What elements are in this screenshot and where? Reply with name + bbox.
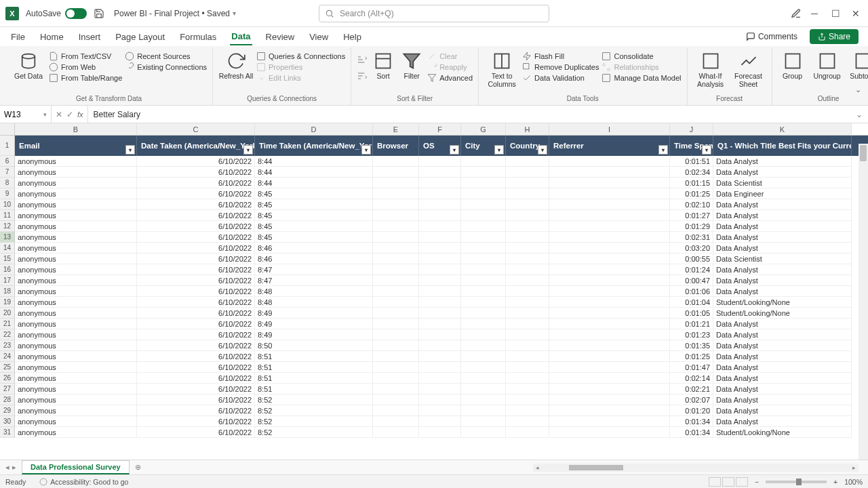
cell-time[interactable]: 8:44	[255, 178, 373, 188]
tab-home[interactable]: Home	[39, 29, 65, 45]
cell-country[interactable]	[506, 384, 549, 394]
cell-referrer[interactable]	[549, 243, 670, 253]
cell-referrer[interactable]	[549, 427, 670, 438]
cell-country[interactable]	[506, 329, 549, 340]
cell-browser[interactable]	[373, 297, 419, 308]
th-time[interactable]: Time Taken (America/New_York)▾	[255, 136, 373, 156]
th-referrer[interactable]: Referrer▾	[549, 136, 670, 156]
cell-browser[interactable]	[373, 362, 419, 373]
cell-date[interactable]: 6/10/2022	[137, 232, 255, 243]
cell-q1[interactable]: Data Engineer	[713, 188, 852, 199]
sort-desc-icon[interactable]	[357, 70, 368, 81]
filter-dropdown-icon[interactable]: ▾	[538, 145, 547, 155]
cell-q1[interactable]: Student/Looking/None	[713, 427, 852, 438]
cell-country[interactable]	[506, 275, 549, 286]
cell-email[interactable]: anonymous	[15, 243, 137, 253]
cell-os[interactable]	[419, 275, 461, 286]
cell-date[interactable]: 6/10/2022	[137, 394, 255, 405]
share-button[interactable]: Share	[810, 29, 859, 44]
cell-os[interactable]	[419, 373, 461, 384]
name-box-dropdown-icon[interactable]: ▾	[43, 111, 47, 118]
col-header-g[interactable]: G	[461, 123, 506, 135]
cell-q1[interactable]: Data Analyst	[713, 416, 852, 427]
cell-time[interactable]: 8:52	[255, 427, 373, 438]
cell-time-spent[interactable]: 0:01:06	[670, 286, 713, 297]
flash-fill-button[interactable]: Flash Fill	[522, 52, 599, 61]
cell-q1[interactable]: Data Analyst	[713, 329, 852, 340]
cell-os[interactable]	[419, 340, 461, 351]
cell-browser[interactable]	[373, 373, 419, 384]
cell-time-spent[interactable]: 0:01:15	[670, 178, 713, 188]
cell-os[interactable]	[419, 427, 461, 438]
cell-q1[interactable]: Data Analyst	[713, 264, 852, 275]
cell-date[interactable]: 6/10/2022	[137, 221, 255, 232]
cell-os[interactable]	[419, 308, 461, 319]
cell-email[interactable]: anonymous	[15, 232, 137, 243]
cell-time-spent[interactable]: 0:02:14	[670, 373, 713, 384]
cell-time-spent[interactable]: 0:01:51	[670, 156, 713, 167]
row-header[interactable]: 31	[0, 427, 15, 438]
cell-email[interactable]: anonymous	[15, 210, 137, 221]
manage-data-model-button[interactable]: Manage Data Model	[601, 73, 681, 83]
from-text-csv-button[interactable]: From Text/CSV	[49, 52, 122, 61]
th-email[interactable]: Email▾	[15, 136, 137, 156]
cell-city[interactable]	[461, 221, 506, 232]
cell-email[interactable]: anonymous	[15, 221, 137, 232]
cell-os[interactable]	[419, 286, 461, 297]
cell-os[interactable]	[419, 232, 461, 243]
cell-time[interactable]: 8:51	[255, 351, 373, 362]
cell-browser[interactable]	[373, 427, 419, 438]
col-header-c[interactable]: C	[137, 123, 255, 135]
cell-time[interactable]: 8:52	[255, 394, 373, 405]
hscroll-left-icon[interactable]: ◂	[536, 464, 539, 471]
cell-q1[interactable]: Data Analyst	[713, 243, 852, 253]
page-layout-view-icon[interactable]	[722, 477, 734, 487]
cell-referrer[interactable]	[549, 232, 670, 243]
cell-date[interactable]: 6/10/2022	[137, 416, 255, 427]
cell-city[interactable]	[461, 329, 506, 340]
cell-email[interactable]: anonymous	[15, 340, 137, 351]
cell-os[interactable]	[419, 253, 461, 264]
cell-date[interactable]: 6/10/2022	[137, 199, 255, 210]
cell-time-spent[interactable]: 0:01:35	[670, 340, 713, 351]
cell-date[interactable]: 6/10/2022	[137, 188, 255, 199]
cell-os[interactable]	[419, 319, 461, 329]
hscroll-right-icon[interactable]: ▸	[852, 464, 856, 471]
table-row[interactable]: 28anonymous6/10/20228:520:02:07Data Anal…	[0, 394, 868, 405]
cell-time-spent[interactable]: 0:01:21	[670, 319, 713, 329]
cell-time-spent[interactable]: 0:02:10	[670, 199, 713, 210]
tab-data[interactable]: Data	[230, 28, 252, 45]
remove-duplicates-button[interactable]: Remove Duplicates	[522, 62, 599, 72]
cell-q1[interactable]: Data Analyst	[713, 275, 852, 286]
cell-q1[interactable]: Student/Looking/None	[713, 308, 852, 319]
table-row[interactable]: 21anonymous6/10/20228:490:01:21Data Anal…	[0, 319, 868, 329]
cell-time[interactable]: 8:47	[255, 264, 373, 275]
formula-expand-icon[interactable]: ⌄	[850, 110, 868, 119]
cell-referrer[interactable]	[549, 308, 670, 319]
cell-time-spent[interactable]: 0:00:47	[670, 275, 713, 286]
cell-os[interactable]	[419, 167, 461, 178]
col-header-e[interactable]: E	[373, 123, 419, 135]
cell-date[interactable]: 6/10/2022	[137, 297, 255, 308]
cell-time-spent[interactable]: 0:01:05	[670, 308, 713, 319]
maximize-button[interactable]: ☐	[831, 8, 842, 19]
cell-referrer[interactable]	[549, 373, 670, 384]
cell-city[interactable]	[461, 416, 506, 427]
cell-q1[interactable]: Data Analyst	[713, 340, 852, 351]
cell-os[interactable]	[419, 416, 461, 427]
cell-q1[interactable]: Data Analyst	[713, 232, 852, 243]
cell-country[interactable]	[506, 199, 549, 210]
table-row[interactable]: 22anonymous6/10/20228:490:01:23Data Anal…	[0, 329, 868, 340]
tab-page-layout[interactable]: Page Layout	[114, 29, 166, 45]
cell-email[interactable]: anonymous	[15, 253, 137, 264]
cell-email[interactable]: anonymous	[15, 178, 137, 188]
from-table-range-button[interactable]: From Table/Range	[49, 73, 122, 83]
cell-q1[interactable]: Data Scientist	[713, 253, 852, 264]
cell-city[interactable]	[461, 394, 506, 405]
name-box[interactable]: W13 ▾	[0, 106, 52, 123]
cell-city[interactable]	[461, 232, 506, 243]
cell-email[interactable]: anonymous	[15, 308, 137, 319]
add-sheet-button[interactable]: ⊕	[130, 463, 146, 472]
advanced-button[interactable]: Advanced	[427, 73, 473, 83]
cancel-formula-icon[interactable]: ✕	[56, 110, 62, 119]
